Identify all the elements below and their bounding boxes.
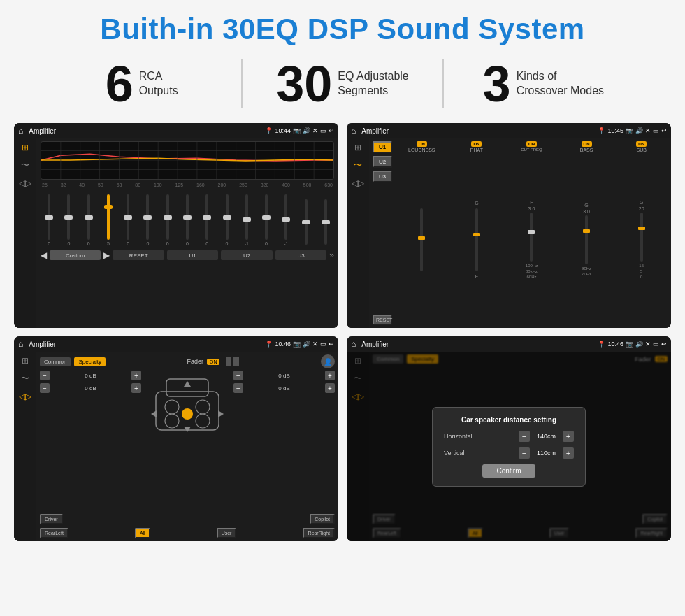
eq-next-button[interactable]: ▶ <box>103 250 110 260</box>
screen-distance: ⌂ Amplifier 📍 10:46 📷 🔊 ✕ ▭ ↩ ⊞ 〜 ◁▷ <box>347 336 671 541</box>
loudness-on-badge: ON <box>417 141 427 147</box>
dialog-title: Car speaker distance setting <box>444 416 574 424</box>
svg-marker-26 <box>151 410 157 417</box>
sidebar-vol-icon[interactable]: ◁▷ <box>19 178 31 188</box>
db-minus-2[interactable]: − <box>40 383 50 393</box>
phat-on-badge: ON <box>471 141 482 147</box>
cutfreq-label: CUT FREQ <box>521 148 542 152</box>
eq-slider-5[interactable]: 0 <box>120 194 136 246</box>
fader-profile-icon[interactable]: 👤 <box>321 354 335 368</box>
home-icon-distance[interactable]: ⌂ <box>351 339 356 349</box>
db-plus-2[interactable]: + <box>131 383 141 393</box>
crossover-reset-button[interactable]: RESET <box>373 315 392 325</box>
db-minus-1[interactable]: − <box>40 371 50 380</box>
car-diagram <box>145 371 229 440</box>
sidebar-fader-wave-icon[interactable]: 〜 <box>21 373 29 385</box>
stat-number-3: 3 <box>483 59 511 109</box>
cutfreq-on-badge: ON <box>526 141 537 147</box>
horizontal-minus[interactable]: − <box>519 431 530 442</box>
eq-slider-13[interactable]: -1 <box>277 194 294 246</box>
svg-point-23 <box>182 408 193 420</box>
sidebar-fader-vol-icon[interactable]: ◁▷ <box>19 392 31 401</box>
sidebar-fader-eq-icon[interactable]: ⊞ <box>22 356 29 366</box>
stat-label-eq: EQ AdjustableSegments <box>338 69 408 99</box>
sidebar-crossover-eq-icon[interactable]: ⊞ <box>354 143 361 152</box>
screen-eq: ⌂ Amplifier 📍 10:44 📷 🔊 ✕ ▭ ↩ ⊞ 〜 ◁▷ <box>14 123 338 328</box>
svg-point-21 <box>165 414 179 428</box>
copilot-button[interactable]: Copilot <box>310 514 335 524</box>
status-icons-fader: 📍 10:46 📷 🔊 ✕ ▭ ↩ <box>265 341 334 348</box>
eq-slider-3[interactable]: 0 <box>80 194 97 246</box>
status-bar-crossover: ⌂ Amplifier 📍 10:45 📷 🔊 ✕ ▭ ↩ <box>347 123 671 138</box>
db-plus-1[interactable]: + <box>131 371 141 380</box>
bass-on-badge: ON <box>582 141 592 147</box>
stat-number-6: 6 <box>106 59 134 109</box>
tab-specialty[interactable]: Specialty <box>74 357 105 366</box>
db-plus-3[interactable]: + <box>325 371 335 380</box>
eq-expand-icon[interactable]: » <box>329 250 334 260</box>
u1-button[interactable]: U1 <box>373 141 392 153</box>
eq-u3-button[interactable]: U3 <box>275 250 326 260</box>
db-minus-4[interactable]: − <box>233 383 243 393</box>
eq-slider-1[interactable]: 0 <box>41 194 57 246</box>
db-plus-4[interactable]: + <box>325 383 335 393</box>
eq-slider-7[interactable]: 0 <box>159 194 176 246</box>
u3-button[interactable]: U3 <box>373 171 392 182</box>
eq-slider-12[interactable]: 0 <box>258 194 275 246</box>
dialog-overlay: Car speaker distance setting Horizontal … <box>347 352 671 541</box>
fader-top: Common Specialty Fader ON 👤 <box>40 354 335 368</box>
eq-slider-6[interactable]: 0 <box>139 194 156 246</box>
eq-curve-svg <box>41 142 333 179</box>
eq-slider-4[interactable]: 5 <box>100 194 117 246</box>
rearright-button[interactable]: RearRight <box>303 528 335 538</box>
eq-reset-button[interactable]: RESET <box>113 250 164 260</box>
eq-slider-11[interactable]: -1 <box>238 194 255 246</box>
phat-label: PHAT <box>470 148 483 152</box>
distance-dialog: Car speaker distance setting Horizontal … <box>432 407 586 487</box>
user-button[interactable]: User <box>217 528 237 538</box>
vertical-minus[interactable]: − <box>519 447 530 459</box>
crossover-u-buttons: U1 U2 U3 RESET <box>373 141 392 325</box>
eq-u2-button[interactable]: U2 <box>221 250 272 260</box>
eq-prev-button[interactable]: ◀ <box>41 250 47 260</box>
eq-slider-8[interactable]: 0 <box>179 194 196 246</box>
stats-row: 6 RCAOutputs 30 EQ AdjustableSegments 3 … <box>0 53 685 117</box>
eq-custom-button[interactable]: Custom <box>50 250 101 260</box>
vertical-row: Vertical − 110cm + <box>444 447 574 459</box>
eq-slider-10[interactable]: 0 <box>218 194 235 246</box>
sidebar-eq: ⊞ 〜 ◁▷ <box>14 138 36 328</box>
home-icon-crossover[interactable]: ⌂ <box>351 126 356 136</box>
sidebar-eq-icon[interactable]: ⊞ <box>22 143 29 152</box>
eq-slider-14[interactable] <box>297 199 314 246</box>
svg-point-19 <box>165 400 179 414</box>
home-icon-fader[interactable]: ⌂ <box>18 339 23 349</box>
home-icon-eq[interactable]: ⌂ <box>18 126 23 136</box>
tab-common[interactable]: Common <box>40 357 71 366</box>
fader-main: − 0 dB + − 0 dB + <box>40 371 335 512</box>
status-icons-eq: 📍 10:44 📷 🔊 ✕ ▭ ↩ <box>265 127 334 134</box>
eq-u1-button[interactable]: U1 <box>167 250 218 260</box>
eq-slider-2[interactable]: 0 <box>60 194 77 246</box>
app-title-crossover: Amplifier <box>361 127 595 135</box>
svg-marker-24 <box>184 381 191 387</box>
eq-graph <box>41 141 334 180</box>
crossover-content: U1 U2 U3 RESET ON LOUDNESS <box>369 138 671 328</box>
bass-slider: G 3.0 90Hz 70Hz <box>582 154 591 325</box>
horizontal-plus[interactable]: + <box>563 431 574 442</box>
db-minus-3[interactable]: − <box>233 371 243 380</box>
rearleft-button[interactable]: RearLeft <box>40 528 68 538</box>
driver-button[interactable]: Driver <box>40 514 63 524</box>
sidebar-crossover-vol-icon[interactable]: ◁▷ <box>352 178 364 188</box>
status-icons-distance: 📍 10:46 📷 🔊 ✕ ▭ ↩ <box>598 341 667 348</box>
eq-slider-15[interactable] <box>317 199 334 246</box>
confirm-button[interactable]: Confirm <box>482 464 535 478</box>
sidebar-wave-icon[interactable]: 〜 <box>21 159 29 171</box>
eq-slider-9[interactable]: 0 <box>199 194 215 246</box>
vertical-plus[interactable]: + <box>563 447 574 459</box>
db-value-1: 0 dB <box>52 373 129 379</box>
u2-button[interactable]: U2 <box>373 156 392 168</box>
fader-on-badge: ON <box>207 359 220 365</box>
sidebar-crossover-wave-icon[interactable]: 〜 <box>354 159 362 171</box>
all-button[interactable]: All <box>135 528 150 538</box>
stat-number-30: 30 <box>276 59 332 109</box>
